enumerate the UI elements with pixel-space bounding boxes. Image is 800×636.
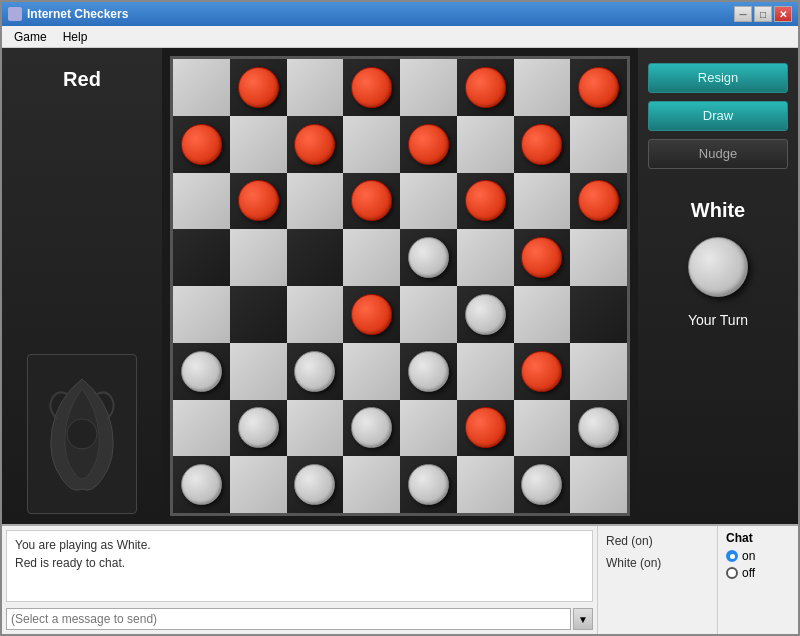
cell-1-5[interactable] — [457, 116, 514, 173]
cell-2-3[interactable] — [343, 173, 400, 230]
maximize-button[interactable]: □ — [754, 6, 772, 22]
piece-red-2-3[interactable] — [351, 180, 392, 221]
piece-red-1-0[interactable] — [181, 124, 222, 165]
cell-0-2[interactable] — [287, 59, 344, 116]
cell-6-7[interactable] — [570, 400, 627, 457]
cell-4-5[interactable] — [457, 286, 514, 343]
cell-5-2[interactable] — [287, 343, 344, 400]
cell-7-0[interactable] — [173, 456, 230, 513]
cell-5-0[interactable] — [173, 343, 230, 400]
cell-1-1[interactable] — [230, 116, 287, 173]
piece-white-4-5[interactable] — [465, 294, 506, 335]
cell-4-2[interactable] — [287, 286, 344, 343]
cell-1-7[interactable] — [570, 116, 627, 173]
piece-white-7-0[interactable] — [181, 464, 222, 505]
cell-6-2[interactable] — [287, 400, 344, 457]
chat-off-radio[interactable] — [726, 567, 738, 579]
chat-input[interactable] — [6, 608, 571, 630]
piece-red-0-5[interactable] — [465, 67, 506, 108]
piece-red-2-1[interactable] — [238, 180, 279, 221]
cell-3-3[interactable] — [343, 229, 400, 286]
cell-0-7[interactable] — [570, 59, 627, 116]
cell-6-0[interactable] — [173, 400, 230, 457]
cell-3-0[interactable] — [173, 229, 230, 286]
cell-5-4[interactable] — [400, 343, 457, 400]
cell-3-6[interactable] — [514, 229, 571, 286]
piece-white-5-0[interactable] — [181, 351, 222, 392]
nudge-button[interactable]: Nudge — [648, 139, 788, 169]
cell-4-3[interactable] — [343, 286, 400, 343]
piece-red-6-5[interactable] — [465, 407, 506, 448]
piece-red-2-5[interactable] — [465, 180, 506, 221]
piece-white-6-7[interactable] — [578, 407, 619, 448]
cell-5-1[interactable] — [230, 343, 287, 400]
cell-6-5[interactable] — [457, 400, 514, 457]
piece-red-1-6[interactable] — [521, 124, 562, 165]
cell-0-0[interactable] — [173, 59, 230, 116]
cell-2-4[interactable] — [400, 173, 457, 230]
resign-button[interactable]: Resign — [648, 63, 788, 93]
piece-red-1-2[interactable] — [294, 124, 335, 165]
close-button[interactable]: ✕ — [774, 6, 792, 22]
cell-7-5[interactable] — [457, 456, 514, 513]
piece-white-7-2[interactable] — [294, 464, 335, 505]
cell-5-7[interactable] — [570, 343, 627, 400]
cell-4-6[interactable] — [514, 286, 571, 343]
cell-1-3[interactable] — [343, 116, 400, 173]
cell-7-7[interactable] — [570, 456, 627, 513]
piece-white-7-4[interactable] — [408, 464, 449, 505]
cell-2-5[interactable] — [457, 173, 514, 230]
cell-2-1[interactable] — [230, 173, 287, 230]
chat-off-row[interactable]: off — [726, 566, 790, 580]
cell-1-4[interactable] — [400, 116, 457, 173]
cell-7-1[interactable] — [230, 456, 287, 513]
cell-4-4[interactable] — [400, 286, 457, 343]
chat-on-radio[interactable] — [726, 550, 738, 562]
cell-5-3[interactable] — [343, 343, 400, 400]
piece-red-4-3[interactable] — [351, 294, 392, 335]
cell-5-6[interactable] — [514, 343, 571, 400]
menu-game[interactable]: Game — [6, 28, 55, 46]
cell-3-5[interactable] — [457, 229, 514, 286]
piece-white-5-4[interactable] — [408, 351, 449, 392]
piece-red-0-1[interactable] — [238, 67, 279, 108]
cell-3-4[interactable] — [400, 229, 457, 286]
cell-0-5[interactable] — [457, 59, 514, 116]
cell-6-6[interactable] — [514, 400, 571, 457]
piece-red-2-7[interactable] — [578, 180, 619, 221]
minimize-button[interactable]: ─ — [734, 6, 752, 22]
draw-button[interactable]: Draw — [648, 101, 788, 131]
piece-red-5-6[interactable] — [521, 351, 562, 392]
cell-7-6[interactable] — [514, 456, 571, 513]
cell-2-0[interactable] — [173, 173, 230, 230]
piece-white-6-3[interactable] — [351, 407, 392, 448]
cell-7-2[interactable] — [287, 456, 344, 513]
piece-red-3-6[interactable] — [521, 237, 562, 278]
cell-1-0[interactable] — [173, 116, 230, 173]
piece-red-1-4[interactable] — [408, 124, 449, 165]
cell-4-7[interactable] — [570, 286, 627, 343]
cell-3-7[interactable] — [570, 229, 627, 286]
checkers-board[interactable] — [170, 56, 630, 516]
piece-white-5-2[interactable] — [294, 351, 335, 392]
cell-0-1[interactable] — [230, 59, 287, 116]
cell-0-4[interactable] — [400, 59, 457, 116]
cell-4-0[interactable] — [173, 286, 230, 343]
piece-white-3-4[interactable] — [408, 237, 449, 278]
chat-on-row[interactable]: on — [726, 549, 790, 563]
cell-2-6[interactable] — [514, 173, 571, 230]
menu-help[interactable]: Help — [55, 28, 96, 46]
cell-4-1[interactable] — [230, 286, 287, 343]
cell-0-6[interactable] — [514, 59, 571, 116]
cell-3-1[interactable] — [230, 229, 287, 286]
piece-red-0-7[interactable] — [578, 67, 619, 108]
cell-6-3[interactable] — [343, 400, 400, 457]
cell-7-4[interactable] — [400, 456, 457, 513]
cell-6-1[interactable] — [230, 400, 287, 457]
cell-7-3[interactable] — [343, 456, 400, 513]
cell-5-5[interactable] — [457, 343, 514, 400]
cell-6-4[interactable] — [400, 400, 457, 457]
chat-dropdown-button[interactable]: ▼ — [573, 608, 593, 630]
cell-2-2[interactable] — [287, 173, 344, 230]
cell-3-2[interactable] — [287, 229, 344, 286]
